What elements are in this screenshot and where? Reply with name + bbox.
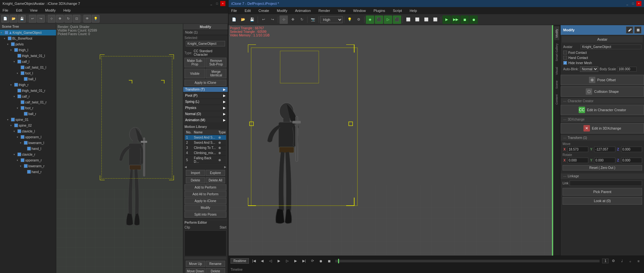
ti[interactable]: ball_r (0, 111, 56, 117)
ti[interactable]: ▾ lowerarm_l (0, 140, 56, 146)
cb[interactable] (27, 170, 31, 174)
menu-file[interactable]: File (1, 8, 10, 12)
import-btn[interactable]: Import (186, 170, 205, 176)
brush-icon-btn[interactable]: 🖌 (626, 26, 633, 34)
make-sub-prop-btn[interactable]: Make Sub-Prop (185, 58, 205, 67)
ti[interactable]: ▾ calf_r (0, 93, 56, 99)
ic-menu-view[interactable]: View (336, 9, 347, 13)
transform-header[interactable]: Transform (T) ▶ (183, 87, 228, 92)
grid-icon-btn[interactable]: ⊞ (634, 26, 641, 34)
ti[interactable]: ▾ clavicle_r (0, 151, 56, 157)
tl-loop[interactable]: ⟳ (309, 258, 316, 265)
tree-item-thighl[interactable]: ▾ thigh_l (0, 47, 56, 53)
ic-menu-edit[interactable]: Edit (243, 9, 252, 13)
split-poses-btn[interactable]: Split into Poses (185, 211, 226, 218)
scroll-left[interactable]: ◀ (185, 165, 187, 169)
ic-menu-file[interactable]: File (230, 9, 238, 13)
apply-to-iclone-btn[interactable]: Apply to iClone (185, 80, 226, 86)
menu-help[interactable]: Help (62, 8, 72, 12)
ti[interactable]: ▾ spine_02 (0, 122, 56, 128)
checkbox-boneroot[interactable] (8, 36, 12, 40)
add-all-perform-btn[interactable]: Add All to Perform (185, 191, 226, 197)
move-btn[interactable]: ✥ (56, 15, 64, 23)
save-btn[interactable]: 💾 (18, 15, 26, 23)
light-btn[interactable]: 💡 (92, 15, 99, 23)
iclone-maximize[interactable]: □ (630, 1, 636, 6)
apply-iclone2-btn[interactable]: Apply to iClone (185, 198, 226, 204)
ic-menu-help[interactable]: Help (408, 9, 418, 13)
cb[interactable] (21, 65, 24, 69)
timeline-track[interactable] (335, 260, 600, 262)
scene-tree-content[interactable]: ▾ ♟ Knight_GameObject ▾ BL_BoneRoot (0, 30, 56, 273)
ic-menu-render[interactable]: Render (317, 9, 331, 13)
tl-end[interactable]: ▶| (300, 258, 308, 265)
ti[interactable]: calf_twist_01_r (0, 99, 56, 105)
rotate-x-input[interactable] (567, 158, 588, 163)
add-to-perform-btn[interactable]: Add to Perform (185, 184, 226, 190)
ti[interactable]: ▾ upperarm_r (0, 157, 56, 163)
pivot-header[interactable]: Pivot (P) ▶ (183, 93, 228, 98)
rename-btn[interactable]: Rename (206, 261, 225, 267)
ic-menu-plugins[interactable]: Plugins (372, 9, 386, 13)
ic-tb-redo[interactable]: ↪ (268, 15, 277, 24)
perform-scrollbar[interactable] (185, 257, 226, 259)
motion-row-2[interactable]: 2 Sword And S... ⊕ (185, 140, 226, 145)
ic-menu-create[interactable]: Create (257, 9, 270, 13)
ti[interactable]: ▾ lowerarm_r (0, 163, 56, 169)
ic-tb-undo[interactable]: ↩ (259, 15, 268, 24)
cb[interactable] (17, 60, 21, 63)
move-up-btn[interactable]: Move Up (186, 261, 205, 267)
reset-zero-out-btn[interactable]: Reset ( Zero Out ) (563, 165, 642, 171)
ic-tb-new[interactable]: 📄 (230, 15, 238, 24)
tree-item-footl[interactable]: ▾ foot_l (0, 70, 56, 76)
vtab-smart-gallery[interactable]: Smart Gallery (554, 41, 559, 64)
hand-contact-checkbox[interactable] (563, 56, 567, 60)
scale-btn[interactable]: ⊡ (73, 15, 80, 23)
ic-tb-anim4[interactable]: ⏺ (469, 15, 478, 24)
move-down-btn[interactable]: Move Down (186, 268, 205, 273)
cb[interactable] (17, 89, 21, 93)
cb[interactable] (27, 147, 31, 151)
ic-tb-anim3[interactable]: ⏹ (460, 15, 469, 24)
ic-menu-script[interactable]: Script (392, 9, 403, 13)
undo-btn[interactable]: ↩ (29, 15, 36, 23)
link-input[interactable] (570, 180, 642, 186)
tl-fwd-step[interactable]: ▷ (284, 258, 291, 265)
spring-header[interactable]: Spring (L) ▶ (183, 99, 228, 104)
cb[interactable] (14, 83, 18, 87)
ic-menu-animation[interactable]: Animation (294, 9, 312, 13)
move-y-input[interactable] (594, 147, 615, 152)
cb[interactable] (21, 100, 24, 104)
remove-sub-prop-btn[interactable]: Remove Sub-Prop (206, 58, 226, 67)
ic-tb-r2[interactable]: ⬜ (413, 15, 421, 24)
tree-item-thigh-twist-l[interactable]: thigh_twist_01_l (0, 53, 56, 59)
ic-tb-anim2[interactable]: ▶▶ (451, 15, 460, 24)
cb[interactable] (24, 164, 28, 168)
cb[interactable] (21, 158, 24, 162)
close-btn[interactable]: × (220, 1, 225, 6)
cb[interactable] (14, 123, 18, 127)
ti[interactable]: ▾ clavicle_l (0, 128, 56, 134)
collision-shape-btn[interactable]: ⬡ Collision Shape (561, 86, 644, 97)
ic-tb-r4[interactable]: ⬜ (431, 15, 440, 24)
perform-area[interactable] (185, 230, 226, 256)
motion-table-wrap[interactable]: No. Name Type Leng 1 Sword A (185, 130, 226, 165)
move-x-input[interactable] (567, 147, 588, 152)
tl-marker[interactable]: ⬦ (627, 258, 634, 265)
vtab-scene[interactable]: Scene (554, 78, 559, 92)
realtime-btn[interactable]: Realtime (231, 258, 249, 264)
rotate-z-input[interactable] (621, 158, 642, 163)
rotate-btn[interactable]: ↻ (64, 15, 72, 23)
tl-settings[interactable]: ⚙ (610, 258, 617, 265)
rotate-y-input[interactable] (594, 158, 615, 163)
checkbox-knight[interactable] (5, 31, 8, 34)
physics-header[interactable]: Physics ▶ (183, 105, 228, 110)
tl-play[interactable]: ▶ (275, 258, 282, 265)
ic-tb-light[interactable]: 💡 (346, 15, 354, 24)
ti[interactable]: ▾ spine_01 (0, 117, 56, 122)
auto-blink-select[interactable]: Normal Slow Fast (580, 66, 598, 72)
ic-tb-select[interactable]: ⊹ (279, 15, 288, 24)
ic-tb-settings[interactable]: ⚙ (355, 15, 363, 24)
tl-stop[interactable]: ⏹ (326, 258, 333, 265)
tl-record[interactable]: ⏺ (317, 258, 324, 265)
